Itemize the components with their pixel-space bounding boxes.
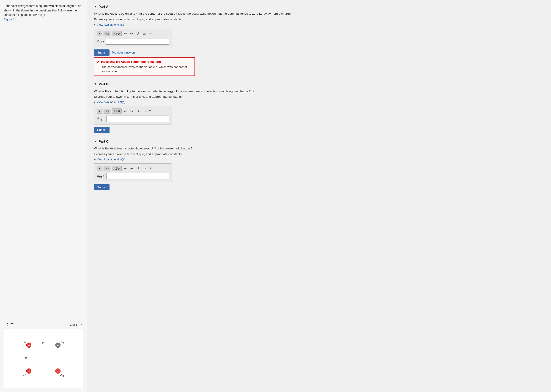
part-b-collapse[interactable]: ▼: [94, 82, 97, 86]
part-a-input[interactable]: [106, 38, 169, 45]
part-a-reset-icon[interactable]: ↺: [135, 31, 140, 36]
svg-text:d: d: [25, 356, 27, 359]
part-b-header: ▼ Part B: [94, 82, 544, 86]
part-c-collapse[interactable]: ▼: [94, 140, 97, 143]
part-b-title: Part B: [99, 82, 109, 86]
left-panel: Four point charges form a square with si…: [0, 0, 87, 392]
part-c-toolbar-btn-3[interactable]: ΑΣΦ: [112, 166, 122, 171]
part-a-header: ▼ Part A: [94, 5, 544, 8]
svg-text:+: +: [28, 344, 30, 347]
part-a-title: Part A: [99, 5, 109, 8]
figure-canvas: d d + +q − −3q + +2q + +5q: [4, 329, 83, 388]
part-c-instruction: Express your answer in terms of q, d, an…: [94, 152, 544, 156]
part-c-help-icon[interactable]: ?: [148, 166, 152, 171]
part-b-hint-link[interactable]: View Available Hint(s): [94, 100, 544, 104]
part-c-submit-row: Submit: [94, 184, 544, 190]
part-c-title: Part C: [99, 139, 109, 143]
svg-text:+: +: [28, 370, 30, 373]
problem-description: Four point charges form a square with si…: [4, 4, 83, 21]
part-c-header: ▼ Part C: [94, 139, 544, 143]
part-a-toolbar-btn-1[interactable]: ■: [97, 31, 102, 36]
part-a-section: ▼ Part A What is the electric potential …: [94, 5, 544, 76]
right-panel: ▼ Part A What is the electric potential …: [87, 0, 551, 392]
svg-text:d: d: [42, 341, 44, 344]
part-c-input-row: Utot =: [97, 173, 169, 179]
figure-next-btn[interactable]: ›: [79, 322, 83, 327]
figure-area: Figure ‹ 1 of 1 › d d + +q: [4, 24, 83, 388]
figure-link[interactable]: Figure 1): [4, 18, 15, 21]
part-c-toolbar-btn-1[interactable]: ■: [97, 166, 102, 171]
part-c-question: What is the total electric potential ene…: [94, 146, 544, 151]
part-b-toolbar-btn-2[interactable]: √□: [104, 109, 110, 114]
part-a-help-icon[interactable]: ?: [148, 31, 152, 36]
figure-nav-text: 1 of 1: [70, 323, 77, 326]
part-b-keyboard-icon[interactable]: ▭: [142, 109, 147, 114]
part-c-toolbar: ■ √□ ΑΣΦ ↩ ↪ ↺ ▭ ?: [97, 166, 169, 171]
part-b-answer-box: ■ √□ ΑΣΦ ↩ ↪ ↺ ▭ ? U2q =: [94, 106, 172, 125]
part-b-toolbar-btn-3[interactable]: ΑΣΦ: [112, 108, 122, 114]
part-b-input[interactable]: [106, 116, 169, 122]
part-b-redo-icon[interactable]: ↪: [129, 109, 134, 114]
part-b-input-row: U2q =: [97, 116, 169, 122]
part-a-toolbar: ■ √□ ΑΣΦ ↩ ↪ ↺ ▭ ?: [97, 31, 169, 36]
part-b-submit-btn[interactable]: Submit: [94, 127, 109, 133]
part-a-instruction: Express your answer in terms of q, d, an…: [94, 18, 544, 21]
part-a-undo-icon[interactable]: ↩: [123, 31, 128, 36]
part-c-input[interactable]: [106, 173, 169, 179]
part-c-redo-icon[interactable]: ↪: [129, 166, 134, 171]
part-a-hint-link[interactable]: View Available Hint(s): [94, 23, 544, 26]
figure-svg: d d + +q − −3q + +2q + +5q: [4, 329, 83, 388]
part-c-section: ▼ Part C What is the total electric pote…: [94, 139, 544, 190]
part-a-error-detail: The correct answer involves the variable…: [102, 65, 192, 74]
part-a-keyboard-icon[interactable]: ▭: [142, 31, 147, 36]
part-a-question: What is the electric potential Vᴵᵒᵗ at t…: [94, 11, 544, 16]
part-a-prev-answers-link[interactable]: Previous Answers: [112, 51, 135, 54]
part-b-section: ▼ Part B What is the contribution U₂ⁱ to…: [94, 82, 544, 133]
figure-label: Figure: [4, 322, 14, 326]
part-c-hint-link[interactable]: View Available Hint(s): [94, 158, 544, 161]
part-b-reset-icon[interactable]: ↺: [135, 109, 140, 114]
part-a-toolbar-btn-3[interactable]: ΑΣΦ: [112, 31, 122, 36]
figure-nav: ‹ 1 of 1 ›: [64, 322, 83, 327]
part-b-toolbar-btn-1[interactable]: ■: [97, 109, 102, 114]
part-a-toolbar-btn-2[interactable]: √□: [104, 31, 110, 36]
svg-text:+q: +q: [24, 341, 26, 343]
part-a-collapse[interactable]: ▼: [94, 5, 97, 8]
svg-text:+: +: [57, 370, 59, 373]
part-a-input-label: Vtot =: [97, 39, 104, 43]
part-b-help-icon[interactable]: ?: [148, 109, 152, 113]
svg-text:−: −: [57, 344, 59, 347]
part-b-instruction: Express your answer in terms of q, d, an…: [94, 95, 544, 98]
part-b-question: What is the contribution U₂ⁱ to the elec…: [94, 89, 544, 94]
svg-text:+2q: +2q: [23, 374, 27, 377]
part-a-error-x-icon: ✕: [97, 59, 100, 64]
svg-text:−3q: −3q: [59, 341, 64, 343]
part-a-answer-box: ■ √□ ΑΣΦ ↩ ↪ ↺ ▭ ? Vtot =: [94, 29, 172, 47]
constant-formula: 1/(4πε₀) (: [33, 13, 45, 16]
part-b-input-label: U2q =: [97, 117, 104, 121]
part-b-submit-row: Submit: [94, 127, 544, 133]
part-b-toolbar: ■ √□ ΑΣΦ ↩ ↪ ↺ ▭ ?: [97, 108, 169, 114]
part-c-submit-btn[interactable]: Submit: [94, 184, 109, 190]
part-b-undo-icon[interactable]: ↩: [123, 109, 128, 114]
svg-text:+5q: +5q: [59, 374, 64, 377]
part-a-submit-btn[interactable]: Submit: [94, 49, 109, 56]
part-a-error-box: ✕ Incorrect; Try Again; 5 attempts remai…: [94, 57, 195, 76]
part-a-input-row: Vtot =: [97, 38, 169, 45]
part-a-error-title: ✕ Incorrect; Try Again; 5 attempts remai…: [97, 59, 192, 64]
part-a-redo-icon[interactable]: ↪: [129, 31, 134, 36]
part-c-undo-icon[interactable]: ↩: [123, 166, 128, 171]
part-c-toolbar-btn-2[interactable]: √□: [104, 166, 110, 171]
part-c-reset-icon[interactable]: ↺: [135, 166, 140, 171]
figure-prev-btn[interactable]: ‹: [64, 322, 68, 327]
part-c-keyboard-icon[interactable]: ▭: [142, 166, 147, 171]
part-c-input-label: Utot =: [97, 174, 104, 178]
part-a-submit-row: Submit Previous Answers: [94, 49, 544, 56]
part-c-answer-box: ■ √□ ΑΣΦ ↩ ↪ ↺ ▭ ? Utot =: [94, 163, 172, 182]
